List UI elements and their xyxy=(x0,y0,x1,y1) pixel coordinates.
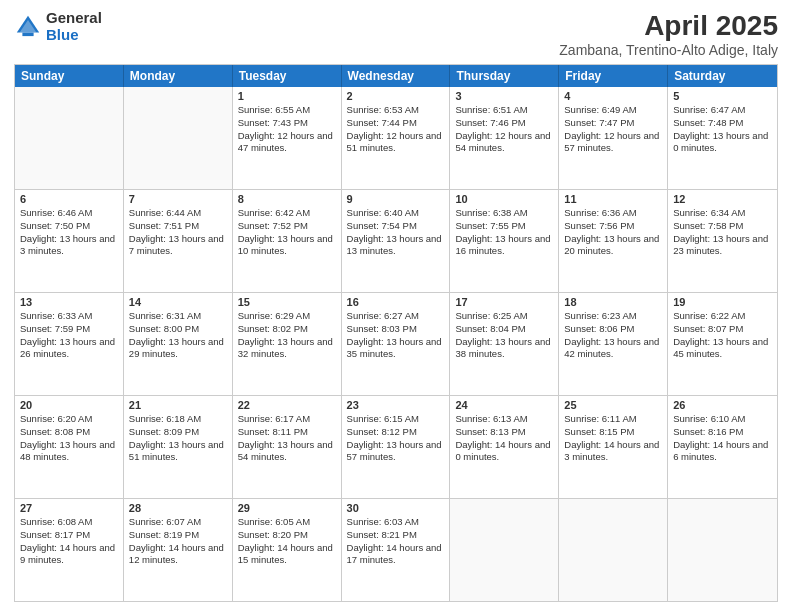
sunrise-text: Sunrise: 6:34 AM xyxy=(673,207,772,220)
sunset-text: Sunset: 8:11 PM xyxy=(238,426,336,439)
sunrise-text: Sunrise: 6:51 AM xyxy=(455,104,553,117)
header-thursday: Thursday xyxy=(450,65,559,87)
calendar-cell-r4-c3: 22Sunrise: 6:17 AMSunset: 8:11 PMDayligh… xyxy=(233,396,342,498)
title-month: April 2025 xyxy=(559,10,778,42)
daylight-text: Daylight: 14 hours and 17 minutes. xyxy=(347,542,445,568)
calendar-cell-r4-c4: 23Sunrise: 6:15 AMSunset: 8:12 PMDayligh… xyxy=(342,396,451,498)
daylight-text: Daylight: 13 hours and 20 minutes. xyxy=(564,233,662,259)
calendar-cell-r3-c3: 15Sunrise: 6:29 AMSunset: 8:02 PMDayligh… xyxy=(233,293,342,395)
header-wednesday: Wednesday xyxy=(342,65,451,87)
sunset-text: Sunset: 8:06 PM xyxy=(564,323,662,336)
sunset-text: Sunset: 8:16 PM xyxy=(673,426,772,439)
calendar-cell-r3-c5: 17Sunrise: 6:25 AMSunset: 8:04 PMDayligh… xyxy=(450,293,559,395)
daylight-text: Daylight: 13 hours and 38 minutes. xyxy=(455,336,553,362)
calendar-cell-r3-c4: 16Sunrise: 6:27 AMSunset: 8:03 PMDayligh… xyxy=(342,293,451,395)
daylight-text: Daylight: 13 hours and 51 minutes. xyxy=(129,439,227,465)
daylight-text: Daylight: 12 hours and 47 minutes. xyxy=(238,130,336,156)
day-number: 19 xyxy=(673,296,772,308)
logo-general-text: General xyxy=(46,10,102,27)
daylight-text: Daylight: 13 hours and 0 minutes. xyxy=(673,130,772,156)
sunrise-text: Sunrise: 6:07 AM xyxy=(129,516,227,529)
sunrise-text: Sunrise: 6:36 AM xyxy=(564,207,662,220)
calendar-cell-r4-c7: 26Sunrise: 6:10 AMSunset: 8:16 PMDayligh… xyxy=(668,396,777,498)
sunrise-text: Sunrise: 6:13 AM xyxy=(455,413,553,426)
sunrise-text: Sunrise: 6:05 AM xyxy=(238,516,336,529)
calendar-cell-r3-c2: 14Sunrise: 6:31 AMSunset: 8:00 PMDayligh… xyxy=(124,293,233,395)
daylight-text: Daylight: 13 hours and 7 minutes. xyxy=(129,233,227,259)
calendar-cell-r2-c2: 7Sunrise: 6:44 AMSunset: 7:51 PMDaylight… xyxy=(124,190,233,292)
calendar-cell-r4-c6: 25Sunrise: 6:11 AMSunset: 8:15 PMDayligh… xyxy=(559,396,668,498)
header-monday: Monday xyxy=(124,65,233,87)
calendar-cell-r5-c5 xyxy=(450,499,559,601)
calendar-cell-r1-c1 xyxy=(15,87,124,189)
calendar: Sunday Monday Tuesday Wednesday Thursday… xyxy=(14,64,778,602)
sunset-text: Sunset: 7:43 PM xyxy=(238,117,336,130)
day-number: 24 xyxy=(455,399,553,411)
sunrise-text: Sunrise: 6:55 AM xyxy=(238,104,336,117)
sunset-text: Sunset: 7:55 PM xyxy=(455,220,553,233)
sunrise-text: Sunrise: 6:08 AM xyxy=(20,516,118,529)
sunrise-text: Sunrise: 6:03 AM xyxy=(347,516,445,529)
logo-text: General Blue xyxy=(46,10,102,43)
title-block: April 2025 Zambana, Trentino-Alto Adige,… xyxy=(559,10,778,58)
sunset-text: Sunset: 8:07 PM xyxy=(673,323,772,336)
sunrise-text: Sunrise: 6:40 AM xyxy=(347,207,445,220)
day-number: 21 xyxy=(129,399,227,411)
calendar-cell-r2-c3: 8Sunrise: 6:42 AMSunset: 7:52 PMDaylight… xyxy=(233,190,342,292)
sunrise-text: Sunrise: 6:29 AM xyxy=(238,310,336,323)
day-number: 10 xyxy=(455,193,553,205)
sunset-text: Sunset: 8:02 PM xyxy=(238,323,336,336)
daylight-text: Daylight: 12 hours and 54 minutes. xyxy=(455,130,553,156)
calendar-body: 1Sunrise: 6:55 AMSunset: 7:43 PMDaylight… xyxy=(15,87,777,601)
sunrise-text: Sunrise: 6:31 AM xyxy=(129,310,227,323)
day-number: 2 xyxy=(347,90,445,102)
sunrise-text: Sunrise: 6:53 AM xyxy=(347,104,445,117)
day-number: 8 xyxy=(238,193,336,205)
sunrise-text: Sunrise: 6:17 AM xyxy=(238,413,336,426)
calendar-cell-r1-c3: 1Sunrise: 6:55 AMSunset: 7:43 PMDaylight… xyxy=(233,87,342,189)
day-number: 25 xyxy=(564,399,662,411)
day-number: 23 xyxy=(347,399,445,411)
sunset-text: Sunset: 8:08 PM xyxy=(20,426,118,439)
day-number: 16 xyxy=(347,296,445,308)
sunrise-text: Sunrise: 6:18 AM xyxy=(129,413,227,426)
day-number: 18 xyxy=(564,296,662,308)
logo-icon xyxy=(14,13,42,41)
daylight-text: Daylight: 12 hours and 57 minutes. xyxy=(564,130,662,156)
calendar-cell-r1-c5: 3Sunrise: 6:51 AMSunset: 7:46 PMDaylight… xyxy=(450,87,559,189)
daylight-text: Daylight: 13 hours and 23 minutes. xyxy=(673,233,772,259)
daylight-text: Daylight: 13 hours and 42 minutes. xyxy=(564,336,662,362)
sunset-text: Sunset: 8:13 PM xyxy=(455,426,553,439)
sunset-text: Sunset: 8:21 PM xyxy=(347,529,445,542)
calendar-cell-r3-c1: 13Sunrise: 6:33 AMSunset: 7:59 PMDayligh… xyxy=(15,293,124,395)
day-number: 30 xyxy=(347,502,445,514)
sunset-text: Sunset: 7:50 PM xyxy=(20,220,118,233)
sunrise-text: Sunrise: 6:27 AM xyxy=(347,310,445,323)
svg-rect-2 xyxy=(22,32,33,36)
daylight-text: Daylight: 14 hours and 6 minutes. xyxy=(673,439,772,465)
sunset-text: Sunset: 7:56 PM xyxy=(564,220,662,233)
sunset-text: Sunset: 7:48 PM xyxy=(673,117,772,130)
day-number: 20 xyxy=(20,399,118,411)
day-number: 6 xyxy=(20,193,118,205)
day-number: 27 xyxy=(20,502,118,514)
calendar-header: Sunday Monday Tuesday Wednesday Thursday… xyxy=(15,65,777,87)
sunrise-text: Sunrise: 6:33 AM xyxy=(20,310,118,323)
calendar-cell-r2-c1: 6Sunrise: 6:46 AMSunset: 7:50 PMDaylight… xyxy=(15,190,124,292)
daylight-text: Daylight: 13 hours and 48 minutes. xyxy=(20,439,118,465)
calendar-cell-r1-c2 xyxy=(124,87,233,189)
calendar-cell-r5-c6 xyxy=(559,499,668,601)
calendar-cell-r5-c7 xyxy=(668,499,777,601)
sunset-text: Sunset: 8:00 PM xyxy=(129,323,227,336)
daylight-text: Daylight: 14 hours and 0 minutes. xyxy=(455,439,553,465)
sunset-text: Sunset: 8:20 PM xyxy=(238,529,336,542)
day-number: 12 xyxy=(673,193,772,205)
sunset-text: Sunset: 8:12 PM xyxy=(347,426,445,439)
daylight-text: Daylight: 13 hours and 16 minutes. xyxy=(455,233,553,259)
calendar-row-5: 27Sunrise: 6:08 AMSunset: 8:17 PMDayligh… xyxy=(15,498,777,601)
sunset-text: Sunset: 7:58 PM xyxy=(673,220,772,233)
sunset-text: Sunset: 7:47 PM xyxy=(564,117,662,130)
sunrise-text: Sunrise: 6:47 AM xyxy=(673,104,772,117)
calendar-cell-r3-c6: 18Sunrise: 6:23 AMSunset: 8:06 PMDayligh… xyxy=(559,293,668,395)
sunset-text: Sunset: 8:03 PM xyxy=(347,323,445,336)
